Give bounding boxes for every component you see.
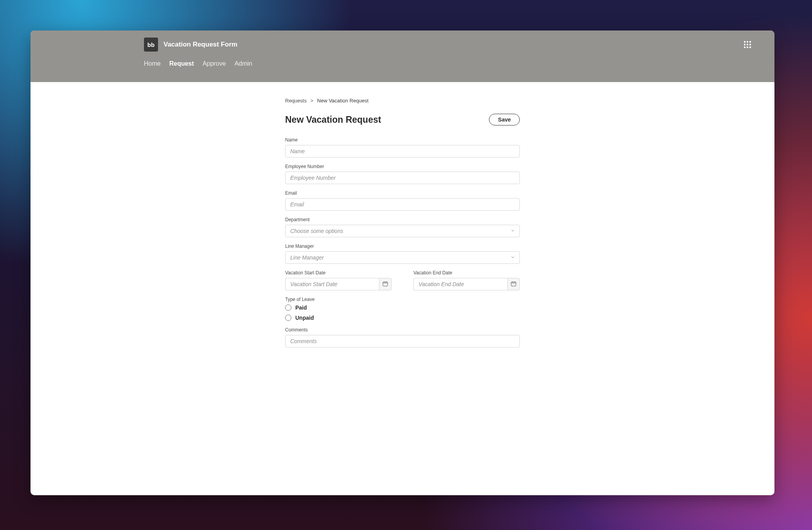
label-line-manager: Line Manager xyxy=(285,244,520,249)
breadcrumb-current: New Vacation Request xyxy=(317,98,368,104)
email-input[interactable] xyxy=(285,198,520,211)
field-comments: Comments xyxy=(285,327,520,347)
field-department: Department Choose some options xyxy=(285,217,520,237)
app-window: bb Vacation Request Form Home Request Ap… xyxy=(31,30,774,495)
label-employee-number: Employee Number xyxy=(285,164,520,169)
field-employee-number: Employee Number xyxy=(285,164,520,184)
end-date-input[interactable] xyxy=(413,278,507,290)
radio-unpaid[interactable]: Unpaid xyxy=(285,315,520,321)
label-end-date: Vacation End Date xyxy=(413,270,520,276)
nav-approve[interactable]: Approve xyxy=(203,59,226,67)
field-name: Name xyxy=(285,137,520,158)
logo-icon: bb xyxy=(144,38,158,52)
page-content: Requests > New Vacation Request New Vaca… xyxy=(285,98,520,347)
title-row: New Vacation Request Save xyxy=(285,114,520,125)
radio-icon xyxy=(285,304,291,311)
field-line-manager: Line Manager Line Manager xyxy=(285,244,520,264)
comments-input[interactable] xyxy=(285,335,520,347)
field-end-date: Vacation End Date xyxy=(413,270,520,290)
svg-rect-0 xyxy=(383,282,388,286)
line-manager-placeholder: Line Manager xyxy=(290,254,324,261)
line-manager-select[interactable]: Line Manager xyxy=(285,251,520,264)
employee-number-input[interactable] xyxy=(285,172,520,184)
primary-nav: Home Request Approve Admin xyxy=(31,59,759,82)
nav-home[interactable]: Home xyxy=(144,59,161,67)
app-header: bb Vacation Request Form Home Request Ap… xyxy=(31,30,774,82)
date-row: Vacation Start Date Vacation End Date xyxy=(285,270,520,297)
page-title: New Vacation Request xyxy=(285,115,381,125)
breadcrumb-separator: > xyxy=(311,98,314,104)
radio-unpaid-label: Unpaid xyxy=(295,315,314,321)
nav-admin[interactable]: Admin xyxy=(234,59,252,67)
header-top: bb Vacation Request Form xyxy=(31,30,759,59)
radio-paid[interactable]: Paid xyxy=(285,304,520,311)
app-title: Vacation Request Form xyxy=(163,41,237,48)
field-type-of-leave: Type of Leave Paid Unpaid xyxy=(285,297,520,321)
breadcrumb: Requests > New Vacation Request xyxy=(285,98,520,104)
label-name: Name xyxy=(285,137,520,143)
breadcrumb-parent[interactable]: Requests xyxy=(285,98,307,104)
radio-icon xyxy=(285,315,291,321)
department-placeholder: Choose some options xyxy=(290,228,343,234)
start-date-picker-button[interactable] xyxy=(379,278,392,290)
name-input[interactable] xyxy=(285,145,520,158)
label-start-date: Vacation Start Date xyxy=(285,270,392,276)
calendar-icon xyxy=(510,281,517,288)
save-button[interactable]: Save xyxy=(489,114,520,125)
label-email: Email xyxy=(285,190,520,196)
nav-request[interactable]: Request xyxy=(169,59,194,67)
svg-rect-10 xyxy=(511,282,516,286)
label-type-of-leave: Type of Leave xyxy=(285,297,520,302)
label-department: Department xyxy=(285,217,520,222)
calendar-icon xyxy=(382,281,388,288)
apps-grid-icon[interactable] xyxy=(744,41,751,48)
label-comments: Comments xyxy=(285,327,520,333)
brand: bb Vacation Request Form xyxy=(144,38,237,52)
department-select[interactable]: Choose some options xyxy=(285,225,520,237)
start-date-input[interactable] xyxy=(285,278,379,290)
field-start-date: Vacation Start Date xyxy=(285,270,392,290)
field-email: Email xyxy=(285,190,520,211)
end-date-picker-button[interactable] xyxy=(507,278,520,290)
radio-paid-label: Paid xyxy=(295,304,307,311)
